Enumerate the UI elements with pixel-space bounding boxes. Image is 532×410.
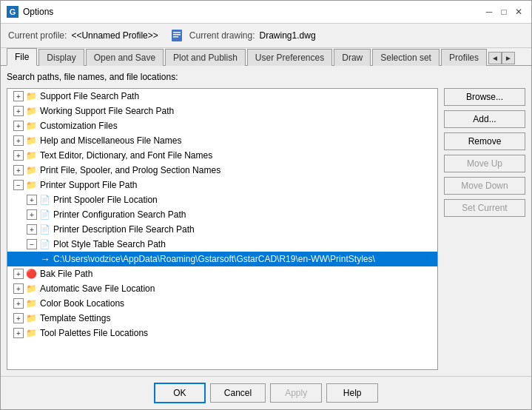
tabs-bar: File Display Open and Save Plot and Publ… bbox=[1, 48, 531, 66]
tab-plot-publish[interactable]: Plot and Publish bbox=[165, 49, 246, 66]
svg-rect-0 bbox=[172, 30, 182, 41]
current-profile-label: Current profile: bbox=[8, 30, 67, 41]
expand-icon[interactable]: + bbox=[27, 209, 37, 220]
bak-icon: 🔴 bbox=[25, 268, 37, 280]
tree-item[interactable]: + 📁 Tool Palettes File Locations bbox=[7, 326, 437, 340]
drawing-icon bbox=[170, 28, 185, 43]
maximize-button[interactable]: □ bbox=[497, 5, 511, 19]
tree-label: Customization Files bbox=[40, 121, 118, 131]
minimize-button[interactable]: ─ bbox=[482, 5, 496, 19]
remove-button[interactable]: Remove bbox=[444, 132, 525, 150]
tab-nav-right[interactable]: ► bbox=[502, 52, 515, 64]
tree-label: Printer Support File Path bbox=[40, 180, 137, 190]
expand-icon[interactable]: + bbox=[13, 135, 24, 146]
folder-icon: 📁 bbox=[25, 164, 37, 176]
app-icon: G bbox=[7, 6, 18, 18]
arrow-icon: → bbox=[40, 253, 50, 265]
cancel-button[interactable]: Cancel bbox=[210, 383, 266, 403]
browse-button[interactable]: Browse... bbox=[444, 88, 525, 106]
expand-icon[interactable]: + bbox=[13, 106, 24, 116]
file-icon: 📄 bbox=[38, 209, 50, 221]
folder-icon: 📁 bbox=[25, 90, 37, 102]
right-panel: Browse... Add... Remove Move Up Move Dow… bbox=[444, 88, 525, 370]
folder-icon: 📁 bbox=[25, 120, 37, 132]
folder-icon: 📁 bbox=[25, 298, 37, 309]
expand-icon[interactable]: − bbox=[13, 180, 24, 190]
tree-label: Working Support File Search Path bbox=[40, 106, 174, 116]
tab-open-save[interactable]: Open and Save bbox=[86, 49, 164, 66]
expand-icon[interactable]: + bbox=[13, 313, 24, 323]
tree-panel[interactable]: + 📁 Support File Search Path + 📁 Working… bbox=[7, 88, 438, 370]
folder-icon: 📁 bbox=[25, 179, 37, 191]
tree-label: Color Book Locations bbox=[40, 298, 124, 309]
tree-item[interactable]: + 📁 Help and Miscellaneous File Names bbox=[7, 133, 437, 148]
title-bar-left: G Options bbox=[7, 6, 53, 18]
title-controls: ─ □ ✕ bbox=[482, 5, 525, 19]
svg-rect-3 bbox=[173, 36, 178, 38]
tab-selection-set[interactable]: Selection set bbox=[372, 49, 440, 66]
tree-item[interactable]: + 📄 Printer Configuration Search Path bbox=[7, 207, 437, 222]
tree-item[interactable]: + 📁 Template Settings bbox=[7, 311, 437, 326]
expand-icon[interactable]: + bbox=[13, 298, 24, 309]
tree-item[interactable]: + 📁 Print File, Spooler, and Prolog Sect… bbox=[7, 163, 437, 178]
tree-label: Plot Style Table Search Path bbox=[53, 239, 166, 249]
apply-button[interactable]: Apply bbox=[270, 383, 322, 403]
content-area: Search paths, file names, and file locat… bbox=[1, 66, 531, 376]
tree-item[interactable]: + 📁 Text Editor, Dictionary, and Font Fi… bbox=[7, 148, 437, 163]
tree-item[interactable]: − 📄 Plot Style Table Search Path bbox=[7, 237, 437, 252]
section-label: Search paths, file names, and file locat… bbox=[7, 72, 525, 82]
tree-label: Template Settings bbox=[40, 313, 110, 323]
folder-icon: 📁 bbox=[25, 283, 37, 295]
tab-user-preferences[interactable]: User Preferences bbox=[247, 49, 332, 66]
tree-item[interactable]: + 📁 Customization Files bbox=[7, 118, 437, 133]
tree-label: Text Editor, Dictionary, and Font File N… bbox=[40, 150, 212, 161]
tree-item[interactable]: + 📁 Support File Search Path bbox=[7, 89, 437, 104]
tree-label: Printer Description File Search Path bbox=[53, 224, 195, 235]
move-up-button[interactable]: Move Up bbox=[444, 155, 525, 172]
tab-draw[interactable]: Draw bbox=[334, 49, 371, 66]
expand-icon[interactable]: + bbox=[13, 283, 24, 294]
tree-item[interactable]: + 📁 Working Support File Search Path bbox=[7, 104, 437, 118]
expand-icon[interactable]: + bbox=[13, 269, 24, 279]
tree-label: Tool Palettes File Locations bbox=[40, 328, 148, 338]
tree-label: Help and Miscellaneous File Names bbox=[40, 135, 181, 146]
tree-item[interactable]: − 📁 Printer Support File Path bbox=[7, 178, 437, 192]
move-down-button[interactable]: Move Down bbox=[444, 177, 525, 195]
add-button[interactable]: Add... bbox=[444, 110, 525, 128]
tree-item[interactable]: + 🔴 Bak File Path bbox=[7, 266, 437, 281]
expand-icon[interactable]: + bbox=[27, 224, 37, 235]
tree-item[interactable]: + 📁 Color Book Locations bbox=[7, 296, 437, 311]
folder-icon: 📁 bbox=[25, 327, 37, 339]
expand-icon[interactable]: − bbox=[27, 239, 37, 249]
folder-icon: 📁 bbox=[25, 105, 37, 117]
help-button[interactable]: Help bbox=[326, 383, 378, 403]
expand-icon[interactable]: + bbox=[27, 195, 37, 205]
tree-item[interactable]: + 📄 Print Spooler File Location bbox=[7, 192, 437, 207]
set-current-button[interactable]: Set Current bbox=[444, 199, 525, 217]
expand-icon[interactable]: + bbox=[13, 328, 24, 338]
close-button[interactable]: ✕ bbox=[512, 5, 525, 19]
expand-icon[interactable]: + bbox=[13, 150, 24, 161]
ok-button[interactable]: OK bbox=[154, 383, 206, 403]
folder-icon: 📁 bbox=[25, 312, 37, 324]
tree-item-selected[interactable]: → C:\Users\vodzice\AppData\Roaming\Gstar… bbox=[7, 252, 437, 266]
expand-icon[interactable]: + bbox=[13, 91, 24, 101]
tab-profiles[interactable]: Profiles bbox=[441, 49, 487, 66]
tab-file[interactable]: File bbox=[7, 48, 37, 66]
expand-icon[interactable]: + bbox=[13, 121, 24, 131]
file-icon: 📄 bbox=[38, 224, 50, 235]
tree-label: Support File Search Path bbox=[40, 91, 139, 101]
svg-rect-2 bbox=[173, 34, 181, 36]
options-window: G Options ─ □ ✕ Current profile: <<Unnam… bbox=[0, 0, 532, 410]
tree-label: Print File, Spooler, and Prolog Section … bbox=[40, 165, 220, 175]
expand-icon[interactable]: + bbox=[13, 165, 24, 175]
tree-item[interactable]: + 📄 Printer Description File Search Path bbox=[7, 222, 437, 237]
tree-label: Automatic Save File Location bbox=[40, 283, 155, 294]
bottom-bar: OK Cancel Apply Help bbox=[1, 376, 531, 409]
tab-display[interactable]: Display bbox=[38, 49, 84, 66]
window-title: Options bbox=[23, 7, 53, 17]
tree-scroll[interactable]: + 📁 Support File Search Path + 📁 Working… bbox=[7, 89, 437, 369]
file-icon: 📄 bbox=[38, 194, 50, 206]
tree-item[interactable]: + 📁 Automatic Save File Location bbox=[7, 281, 437, 296]
tab-nav-left[interactable]: ◄ bbox=[488, 52, 502, 64]
